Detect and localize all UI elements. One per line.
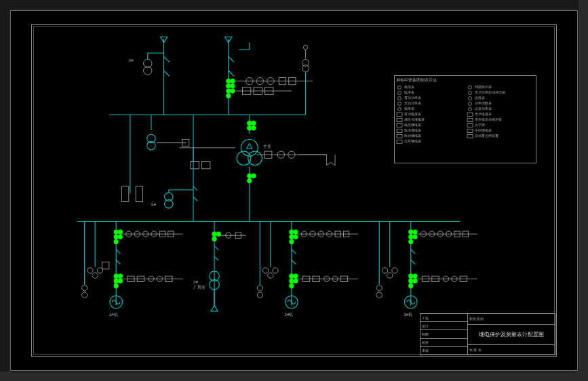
svg-point-41 <box>252 174 256 178</box>
svg-rect-190 <box>397 134 402 138</box>
svg-rect-184 <box>397 118 402 121</box>
legend-item: 温度表 <box>467 96 534 100</box>
tb-stage: 阶段 比例 <box>468 314 555 325</box>
svg-rect-186 <box>397 123 402 127</box>
svg-rect-185 <box>467 118 473 121</box>
legend-item: 记录功率表 <box>467 106 534 111</box>
svg-point-156 <box>413 274 417 278</box>
legend-item: 有功功率表 <box>396 96 464 100</box>
svg-point-32 <box>248 126 252 130</box>
svg-rect-191 <box>467 134 473 138</box>
svg-point-92 <box>92 273 98 278</box>
svg-rect-53 <box>136 186 142 202</box>
svg-point-5 <box>227 89 231 93</box>
svg-point-34 <box>252 126 256 130</box>
legend-item: 有功电度表 <box>396 112 464 117</box>
svg-point-122 <box>290 279 294 283</box>
scrollbar-vertical[interactable] <box>579 0 588 381</box>
svg-point-67 <box>114 235 118 239</box>
legend-item: 无功功率自动补偿器 <box>467 90 534 95</box>
svg-point-166 <box>382 268 387 273</box>
title-block: 工程 设计 制图 校对 审核 阶段 比例 继电保护及测量表计配置图 张 第 张 <box>420 313 555 355</box>
svg-point-100 <box>212 237 216 241</box>
svg-point-172 <box>398 85 401 89</box>
label-main-tx: 主变 <box>263 144 271 148</box>
svg-point-123 <box>290 284 294 288</box>
svg-point-111 <box>290 239 294 243</box>
legend-title: 屏柜中设备图例表示法 <box>396 77 534 83</box>
legend-body: 电流表同期指示器电压表无功功率自动补偿器有功功率表温度表无功功率表功率因数表频率… <box>396 85 534 144</box>
svg-point-26 <box>302 65 309 72</box>
svg-point-144 <box>413 230 417 234</box>
svg-point-6 <box>227 94 231 98</box>
svg-point-94 <box>82 285 87 291</box>
bay-1: 1#机 <box>82 222 183 317</box>
svg-point-124 <box>294 274 298 278</box>
legend-item: 时间继电器 <box>396 134 464 138</box>
cad-canvas[interactable]: 主变 5# 1#机 3# 厂用变 2#机 3#机 2# 屏柜中设备图例表示法 电… <box>10 10 578 371</box>
legend-item: 电流继电器 <box>396 128 464 133</box>
svg-point-175 <box>469 91 472 94</box>
svg-point-113 <box>294 235 298 239</box>
tb-proj: 工程 <box>420 314 467 322</box>
legend-item: 感应式继电器 <box>396 117 464 122</box>
svg-point-138 <box>257 292 262 298</box>
scrollbar-horizontal[interactable] <box>0 372 579 381</box>
svg-point-135 <box>268 273 273 278</box>
svg-point-155 <box>409 284 413 288</box>
svg-point-99 <box>212 232 216 236</box>
legend-item: 电压继电器 <box>396 123 464 127</box>
tb-sheet: 张 第 张 <box>468 345 555 355</box>
svg-point-134 <box>262 268 268 273</box>
svg-point-80 <box>114 284 118 288</box>
svg-rect-189 <box>467 129 473 132</box>
svg-point-125 <box>294 279 298 283</box>
svg-point-33 <box>252 121 256 125</box>
legend-item: 同期指示器 <box>467 85 534 89</box>
svg-point-40 <box>248 178 252 182</box>
svg-point-142 <box>409 235 413 239</box>
svg-point-110 <box>290 235 294 239</box>
svg-point-174 <box>398 91 401 94</box>
svg-rect-187 <box>467 123 473 127</box>
bay-aux: 3# 厂用变 <box>193 222 246 311</box>
legend-item: 自动重合闸装置 <box>467 134 534 138</box>
svg-point-137 <box>257 285 262 291</box>
tb-title: 继电保护及测量表计配置图 <box>468 325 555 345</box>
svg-point-37 <box>248 151 262 165</box>
svg-rect-97 <box>102 262 109 269</box>
svg-point-170 <box>376 292 382 298</box>
svg-point-70 <box>118 235 122 239</box>
svg-point-95 <box>82 292 87 298</box>
svg-point-31 <box>248 121 252 125</box>
label-no2: 2# <box>129 58 134 62</box>
svg-point-179 <box>469 102 472 105</box>
svg-point-79 <box>114 279 118 283</box>
svg-point-27 <box>302 60 309 66</box>
tb-audit: 审核 <box>420 347 467 355</box>
legend-item: 功率因数表 <box>467 101 534 106</box>
legend-item: 变压器差动保护器 <box>467 117 534 122</box>
legend-item: 中间继电器 <box>467 128 534 133</box>
bay-3: 3#机 <box>376 222 477 317</box>
svg-point-173 <box>469 85 472 89</box>
svg-point-39 <box>248 174 252 178</box>
svg-point-8 <box>231 84 235 88</box>
svg-point-153 <box>409 274 413 278</box>
svg-point-69 <box>118 230 122 234</box>
svg-point-176 <box>398 96 401 100</box>
label-gen3: 3#机 <box>404 312 412 317</box>
legend-item: 无功电度表 <box>467 112 534 117</box>
svg-point-157 <box>413 279 417 283</box>
svg-point-141 <box>409 230 413 234</box>
svg-point-29 <box>303 45 307 49</box>
svg-point-81 <box>118 274 122 278</box>
svg-point-143 <box>409 239 413 243</box>
legend-item: 电压表 <box>396 90 464 95</box>
svg-point-3 <box>227 79 231 83</box>
svg-rect-192 <box>397 140 402 143</box>
legend-item: 电流表 <box>396 85 464 89</box>
label-no3: 3# <box>193 279 198 284</box>
svg-point-112 <box>294 230 298 234</box>
svg-rect-49 <box>201 162 210 169</box>
